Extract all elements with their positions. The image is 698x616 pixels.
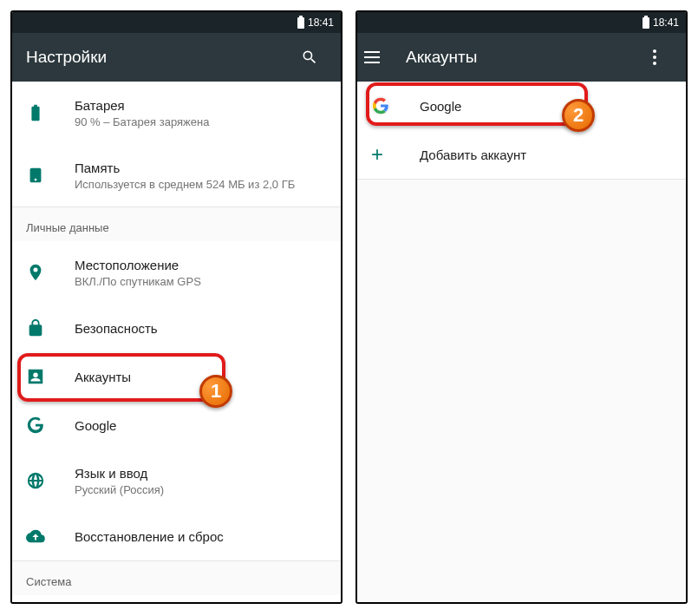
- appbar: Настройки: [12, 33, 341, 82]
- cloud-upload-icon: [26, 527, 45, 546]
- storage-icon: [26, 166, 45, 185]
- accounts-screen: 18:41 Аккаунты Google + Добавить аккаунт: [356, 10, 688, 604]
- search-icon: [301, 49, 318, 66]
- divider: [357, 179, 686, 180]
- status-time: 18:41: [653, 16, 679, 29]
- google-account-label: Google: [420, 99, 672, 114]
- appbar-title: Аккаунты: [406, 48, 637, 67]
- google-title: Google: [75, 418, 327, 433]
- accounts-title: Аккаунты: [75, 370, 327, 384]
- row-battery[interactable]: Батарея 90 % – Батарея заряжена: [12, 82, 341, 144]
- row-google[interactable]: Google: [12, 401, 341, 449]
- battery-icon: [643, 17, 649, 29]
- settings-screen: 18:41 Настройки Батарея 90 % – Батарея з…: [10, 10, 342, 604]
- security-title: Безопасность: [75, 321, 327, 336]
- google-g-icon: [26, 416, 45, 435]
- step-badge-2: 2: [562, 99, 595, 132]
- appbar-title: Настройки: [26, 48, 292, 67]
- row-storage[interactable]: Память Используется в среднем 524 МБ из …: [12, 144, 341, 206]
- search-button[interactable]: [292, 49, 327, 66]
- storage-title: Память: [75, 161, 327, 175]
- appbar: Аккаунты: [357, 33, 686, 82]
- globe-icon: [26, 471, 45, 490]
- overflow-button[interactable]: [637, 49, 672, 65]
- hamburger-icon: [364, 51, 380, 63]
- row-datetime[interactable]: Дата и время: [12, 595, 341, 602]
- battery-icon: [26, 103, 45, 122]
- status-bar: 18:41: [357, 12, 686, 33]
- google-logo-icon: [371, 96, 390, 115]
- battery-title: Батарея: [75, 98, 327, 113]
- more-vert-icon: [653, 49, 656, 65]
- battery-subtitle: 90 % – Батарея заряжена: [75, 115, 327, 128]
- language-title: Язык и ввод: [75, 466, 327, 481]
- location-icon: [26, 263, 45, 282]
- menu-button[interactable]: [364, 51, 392, 63]
- section-personal: Личные данные: [12, 207, 341, 241]
- storage-subtitle: Используется в среднем 524 МБ из 2,0 ГБ: [75, 178, 327, 191]
- step-badge-1: 1: [199, 375, 232, 408]
- status-bar: 18:41: [12, 12, 341, 33]
- battery-icon: [297, 17, 304, 29]
- backup-title: Восстановление и сброс: [75, 529, 327, 544]
- row-location[interactable]: Местоположение ВКЛ./По спутникам GPS: [12, 241, 341, 304]
- status-time: 18:41: [308, 16, 334, 29]
- lock-icon: [26, 318, 45, 337]
- account-icon: [26, 367, 45, 386]
- row-backup[interactable]: Восстановление и сброс: [12, 512, 341, 560]
- section-system: Система: [12, 561, 341, 595]
- settings-list[interactable]: Батарея 90 % – Батарея заряжена Память И…: [12, 82, 341, 602]
- accounts-list[interactable]: Google + Добавить аккаунт: [357, 82, 686, 602]
- row-google-account[interactable]: Google: [357, 82, 686, 130]
- row-language[interactable]: Язык и ввод Русский (Россия): [12, 449, 341, 512]
- plus-icon: +: [371, 144, 383, 165]
- language-subtitle: Русский (Россия): [75, 483, 327, 496]
- row-security[interactable]: Безопасность: [12, 304, 341, 352]
- location-subtitle: ВКЛ./По спутникам GPS: [75, 275, 327, 288]
- location-title: Местоположение: [75, 258, 327, 272]
- row-add-account[interactable]: + Добавить аккаунт: [357, 130, 686, 179]
- add-account-label: Добавить аккаунт: [420, 147, 672, 162]
- row-accounts[interactable]: Аккаунты: [12, 352, 341, 401]
